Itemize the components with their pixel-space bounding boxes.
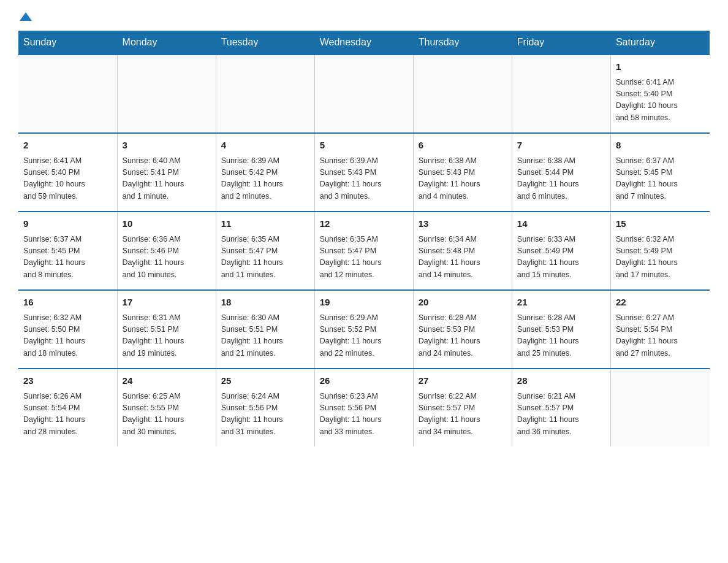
- calendar-cell: 2Sunrise: 6:41 AM Sunset: 5:40 PM Daylig…: [18, 133, 117, 212]
- day-info: Sunrise: 6:37 AM Sunset: 5:45 PM Dayligh…: [23, 234, 112, 282]
- day-info: Sunrise: 6:41 AM Sunset: 5:40 PM Dayligh…: [616, 77, 705, 124]
- calendar-cell: 8Sunrise: 6:37 AM Sunset: 5:45 PM Daylig…: [610, 133, 709, 212]
- calendar-cell: 3Sunrise: 6:40 AM Sunset: 5:41 PM Daylig…: [117, 133, 216, 212]
- logo-triangle-icon: [20, 12, 32, 21]
- day-info: Sunrise: 6:36 AM Sunset: 5:46 PM Dayligh…: [123, 234, 211, 282]
- day-number: 4: [221, 139, 309, 153]
- day-info: Sunrise: 6:37 AM Sunset: 5:45 PM Dayligh…: [616, 155, 705, 203]
- day-number: 7: [517, 139, 605, 153]
- day-info: Sunrise: 6:38 AM Sunset: 5:44 PM Dayligh…: [517, 155, 605, 203]
- day-number: 9: [23, 217, 112, 231]
- day-number: 14: [517, 217, 605, 231]
- calendar-cell: [314, 55, 413, 133]
- day-number: 25: [221, 374, 309, 388]
- calendar-cell: 1Sunrise: 6:41 AM Sunset: 5:40 PM Daylig…: [610, 55, 709, 133]
- calendar-cell: 25Sunrise: 6:24 AM Sunset: 5:56 PM Dayli…: [216, 369, 314, 446]
- day-number: 5: [320, 139, 408, 153]
- day-number: 17: [123, 296, 211, 310]
- calendar-cell: 15Sunrise: 6:32 AM Sunset: 5:49 PM Dayli…: [610, 212, 709, 290]
- day-info: Sunrise: 6:38 AM Sunset: 5:43 PM Dayligh…: [419, 155, 507, 203]
- day-number: 20: [419, 296, 507, 310]
- day-info: Sunrise: 6:24 AM Sunset: 5:56 PM Dayligh…: [221, 391, 309, 439]
- day-info: Sunrise: 6:21 AM Sunset: 5:57 PM Dayligh…: [517, 391, 605, 439]
- calendar-cell: 16Sunrise: 6:32 AM Sunset: 5:50 PM Dayli…: [18, 290, 117, 369]
- day-info: Sunrise: 6:26 AM Sunset: 5:54 PM Dayligh…: [23, 391, 112, 439]
- page-header: [18, 12, 710, 21]
- calendar-cell: 20Sunrise: 6:28 AM Sunset: 5:53 PM Dayli…: [413, 290, 512, 369]
- header-friday: Friday: [512, 31, 610, 55]
- calendar-cell: [512, 55, 610, 133]
- calendar-cell: 27Sunrise: 6:22 AM Sunset: 5:57 PM Dayli…: [413, 369, 512, 446]
- calendar-cell: 12Sunrise: 6:35 AM Sunset: 5:47 PM Dayli…: [314, 212, 413, 290]
- day-number: 22: [616, 296, 705, 310]
- calendar-week-row: 9Sunrise: 6:37 AM Sunset: 5:45 PM Daylig…: [18, 212, 710, 290]
- calendar-cell: 26Sunrise: 6:23 AM Sunset: 5:56 PM Dayli…: [314, 369, 413, 446]
- day-number: 11: [221, 217, 309, 231]
- day-number: 16: [23, 296, 112, 310]
- day-info: Sunrise: 6:23 AM Sunset: 5:56 PM Dayligh…: [320, 391, 408, 439]
- day-info: Sunrise: 6:29 AM Sunset: 5:52 PM Dayligh…: [320, 312, 408, 360]
- calendar-cell: 21Sunrise: 6:28 AM Sunset: 5:53 PM Dayli…: [512, 290, 610, 369]
- calendar-cell: 22Sunrise: 6:27 AM Sunset: 5:54 PM Dayli…: [610, 290, 709, 369]
- day-info: Sunrise: 6:32 AM Sunset: 5:49 PM Dayligh…: [616, 234, 705, 282]
- calendar-week-row: 16Sunrise: 6:32 AM Sunset: 5:50 PM Dayli…: [18, 290, 710, 369]
- day-number: 19: [320, 296, 408, 310]
- day-number: 3: [123, 139, 211, 153]
- calendar-week-row: 2Sunrise: 6:41 AM Sunset: 5:40 PM Daylig…: [18, 133, 710, 212]
- header-monday: Monday: [117, 31, 216, 55]
- day-number: 10: [123, 217, 211, 231]
- day-info: Sunrise: 6:31 AM Sunset: 5:51 PM Dayligh…: [123, 312, 211, 360]
- day-info: Sunrise: 6:30 AM Sunset: 5:51 PM Dayligh…: [221, 312, 309, 360]
- day-info: Sunrise: 6:32 AM Sunset: 5:50 PM Dayligh…: [23, 312, 112, 360]
- calendar-cell: 7Sunrise: 6:38 AM Sunset: 5:44 PM Daylig…: [512, 133, 610, 212]
- day-info: Sunrise: 6:34 AM Sunset: 5:48 PM Dayligh…: [419, 234, 507, 282]
- calendar-cell: 19Sunrise: 6:29 AM Sunset: 5:52 PM Dayli…: [314, 290, 413, 369]
- day-info: Sunrise: 6:39 AM Sunset: 5:42 PM Dayligh…: [221, 155, 309, 203]
- calendar-cell: 9Sunrise: 6:37 AM Sunset: 5:45 PM Daylig…: [18, 212, 117, 290]
- calendar-cell: [18, 55, 117, 133]
- day-info: Sunrise: 6:33 AM Sunset: 5:49 PM Dayligh…: [517, 234, 605, 282]
- calendar-cell: 18Sunrise: 6:30 AM Sunset: 5:51 PM Dayli…: [216, 290, 314, 369]
- calendar-header-row: Sunday Monday Tuesday Wednesday Thursday…: [18, 31, 710, 55]
- calendar-week-row: 1Sunrise: 6:41 AM Sunset: 5:40 PM Daylig…: [18, 55, 710, 133]
- day-number: 1: [616, 60, 705, 74]
- header-wednesday: Wednesday: [314, 31, 413, 55]
- day-number: 2: [23, 139, 112, 153]
- header-saturday: Saturday: [610, 31, 709, 55]
- calendar-cell: 17Sunrise: 6:31 AM Sunset: 5:51 PM Dayli…: [117, 290, 216, 369]
- day-number: 27: [419, 374, 507, 388]
- day-number: 23: [23, 374, 112, 388]
- day-number: 15: [616, 217, 705, 231]
- calendar-cell: [413, 55, 512, 133]
- calendar-cell: [117, 55, 216, 133]
- day-number: 18: [221, 296, 309, 310]
- day-info: Sunrise: 6:41 AM Sunset: 5:40 PM Dayligh…: [23, 155, 112, 203]
- day-number: 21: [517, 296, 605, 310]
- calendar-cell: 10Sunrise: 6:36 AM Sunset: 5:46 PM Dayli…: [117, 212, 216, 290]
- calendar-cell: 4Sunrise: 6:39 AM Sunset: 5:42 PM Daylig…: [216, 133, 314, 212]
- calendar-cell: [216, 55, 314, 133]
- day-info: Sunrise: 6:28 AM Sunset: 5:53 PM Dayligh…: [419, 312, 507, 360]
- header-sunday: Sunday: [18, 31, 117, 55]
- day-number: 26: [320, 374, 408, 388]
- calendar-table: Sunday Monday Tuesday Wednesday Thursday…: [18, 31, 710, 446]
- day-number: 13: [419, 217, 507, 231]
- day-info: Sunrise: 6:35 AM Sunset: 5:47 PM Dayligh…: [320, 234, 408, 282]
- calendar-cell: 14Sunrise: 6:33 AM Sunset: 5:49 PM Dayli…: [512, 212, 610, 290]
- calendar-cell: 28Sunrise: 6:21 AM Sunset: 5:57 PM Dayli…: [512, 369, 610, 446]
- day-number: 24: [123, 374, 211, 388]
- day-info: Sunrise: 6:27 AM Sunset: 5:54 PM Dayligh…: [616, 312, 705, 360]
- calendar-cell: 5Sunrise: 6:39 AM Sunset: 5:43 PM Daylig…: [314, 133, 413, 212]
- day-info: Sunrise: 6:40 AM Sunset: 5:41 PM Dayligh…: [123, 155, 211, 203]
- calendar-cell: 13Sunrise: 6:34 AM Sunset: 5:48 PM Dayli…: [413, 212, 512, 290]
- day-number: 12: [320, 217, 408, 231]
- calendar-cell: 23Sunrise: 6:26 AM Sunset: 5:54 PM Dayli…: [18, 369, 117, 446]
- logo: [18, 12, 32, 21]
- day-info: Sunrise: 6:25 AM Sunset: 5:55 PM Dayligh…: [123, 391, 211, 439]
- day-info: Sunrise: 6:35 AM Sunset: 5:47 PM Dayligh…: [221, 234, 309, 282]
- day-number: 6: [419, 139, 507, 153]
- day-number: 28: [517, 374, 605, 388]
- header-thursday: Thursday: [413, 31, 512, 55]
- day-info: Sunrise: 6:28 AM Sunset: 5:53 PM Dayligh…: [517, 312, 605, 360]
- calendar-cell: [610, 369, 709, 446]
